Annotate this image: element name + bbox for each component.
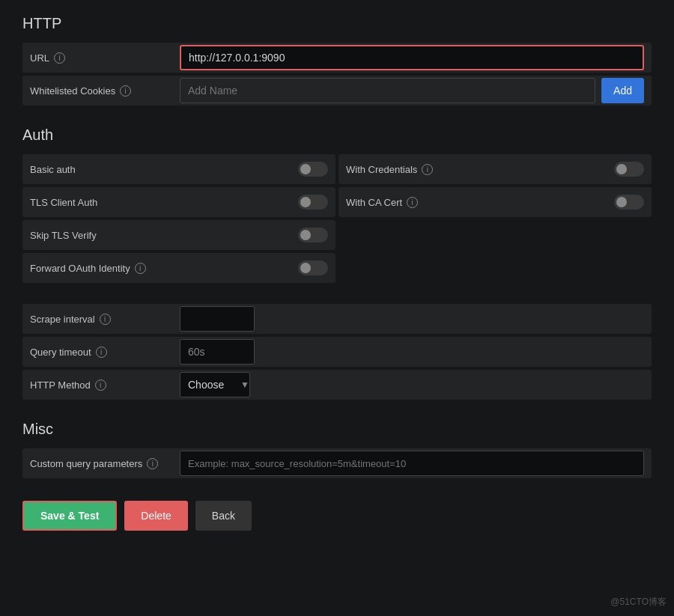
auth-col-left: Basic auth TLS Client Auth Skip TLS Veri… [22, 154, 336, 283]
method-info-icon[interactable]: i [95, 379, 106, 391]
url-input[interactable] [180, 45, 644, 70]
auth-title: Auth [22, 126, 652, 144]
with-credentials-info-icon[interactable]: i [422, 164, 433, 175]
basic-auth-slider [298, 162, 328, 177]
timeout-row: Query timeout i [22, 337, 652, 367]
method-select-wrapper: Choose GET POST PUT ▼ [180, 372, 250, 397]
params-label: Custom query parameters i [30, 458, 180, 469]
scrape-row: Scrape interval i [22, 304, 652, 334]
timeout-label: Query timeout i [30, 347, 180, 358]
tls-client-label: TLS Client Auth [30, 197, 291, 208]
with-credentials-toggle[interactable] [614, 162, 644, 177]
tls-client-row: TLS Client Auth [22, 187, 336, 217]
misc-title: Misc [22, 421, 652, 438]
cookies-row: Whitelisted Cookies i Add [22, 76, 652, 106]
skip-tls-row: Skip TLS Verify [22, 220, 336, 250]
save-test-button[interactable]: Save & Test [22, 501, 117, 531]
scrape-info-icon[interactable]: i [100, 314, 111, 325]
url-label: URL i [30, 52, 180, 64]
method-select[interactable]: Choose GET POST PUT [180, 373, 250, 397]
http-title: HTTP [22, 15, 652, 32]
skip-tls-slider [298, 228, 328, 243]
method-row: HTTP Method i Choose GET POST PUT ▼ [22, 370, 652, 400]
settings-section: Scrape interval i Query timeout i HTTP M… [22, 304, 652, 400]
method-label: HTTP Method i [30, 379, 180, 391]
misc-section: Misc Custom query parameters i [22, 421, 652, 478]
with-ca-cert-row: With CA Cert i [338, 187, 652, 217]
skip-tls-label: Skip TLS Verify [30, 230, 291, 241]
url-info-icon[interactable]: i [54, 52, 65, 64]
with-ca-cert-label: With CA Cert i [346, 197, 607, 208]
skip-tls-toggle[interactable] [298, 228, 328, 243]
timeout-input[interactable] [180, 339, 255, 365]
auth-grid: Basic auth TLS Client Auth Skip TLS Veri… [22, 154, 652, 283]
auth-col-right: With Credentials i With CA Cert i [338, 154, 652, 283]
bottom-buttons: Save & Test Delete Back [22, 501, 652, 531]
basic-auth-toggle[interactable] [298, 162, 328, 177]
timeout-info-icon[interactable]: i [96, 347, 107, 358]
params-row: Custom query parameters i [22, 448, 652, 478]
watermark: @51CTO博客 [610, 596, 667, 609]
url-row: URL i [22, 43, 652, 73]
tls-client-toggle[interactable] [298, 195, 328, 210]
scrape-label: Scrape interval i [30, 314, 180, 325]
http-section: HTTP URL i Whitelisted Cookies i Add [22, 15, 652, 106]
cookies-info-icon[interactable]: i [120, 85, 131, 97]
with-credentials-row: With Credentials i [338, 154, 652, 184]
basic-auth-label: Basic auth [30, 164, 291, 175]
with-credentials-label: With Credentials i [346, 164, 607, 175]
add-cookie-button[interactable]: Add [601, 78, 644, 103]
tls-client-slider [298, 195, 328, 210]
cookies-label: Whitelisted Cookies i [30, 85, 180, 97]
cookies-input[interactable] [180, 78, 595, 103]
delete-button[interactable]: Delete [124, 501, 187, 531]
with-ca-cert-info-icon[interactable]: i [407, 197, 418, 208]
auth-section: Auth Basic auth TLS Client Auth Skip TLS… [22, 126, 652, 283]
params-input[interactable] [180, 451, 644, 476]
with-ca-cert-slider [614, 195, 644, 210]
basic-auth-row: Basic auth [22, 154, 336, 184]
params-info-icon[interactable]: i [147, 458, 158, 469]
with-credentials-slider [614, 162, 644, 177]
oauth-toggle[interactable] [298, 260, 328, 275]
oauth-label: Forward OAuth Identity i [30, 263, 291, 274]
oauth-info-icon[interactable]: i [135, 263, 146, 274]
oauth-slider [298, 260, 328, 275]
scrape-input[interactable] [180, 306, 255, 332]
oauth-row: Forward OAuth Identity i [22, 253, 336, 283]
with-ca-cert-toggle[interactable] [614, 195, 644, 210]
back-button[interactable]: Back [195, 501, 252, 531]
